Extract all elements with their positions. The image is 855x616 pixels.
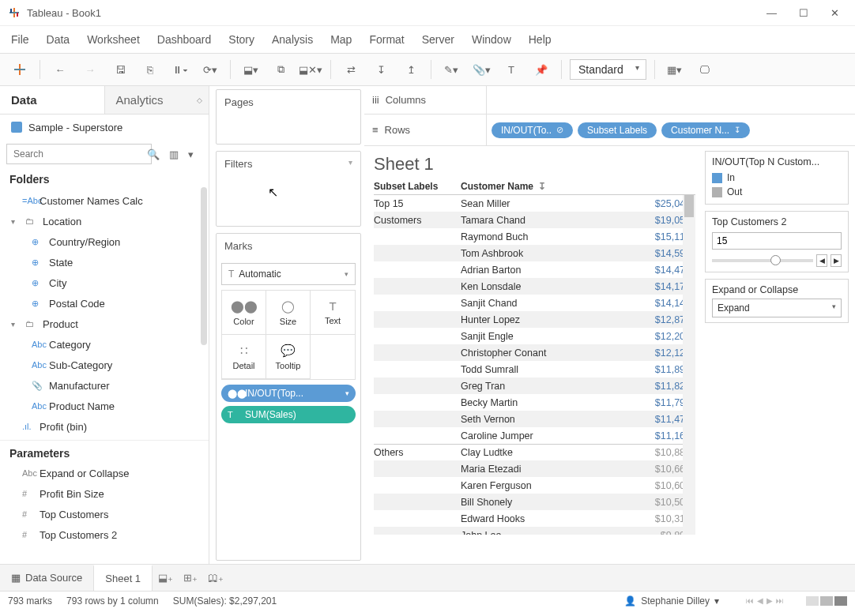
menu-data[interactable]: Data xyxy=(47,33,70,46)
refresh-button[interactable]: ⟳▾ xyxy=(198,58,222,81)
pin-button[interactable]: 📌 xyxy=(529,58,553,81)
expand-select[interactable]: Expand xyxy=(712,299,842,317)
show-me-button[interactable]: ▦▾ xyxy=(663,58,687,81)
field-country-region[interactable]: ⊕Country/Region xyxy=(0,231,209,252)
pill-inout[interactable]: ⬤⬤IN/OUT(Top...▾ xyxy=(221,385,356,402)
table-row[interactable]: Seth Vernon$11,471 xyxy=(374,411,695,427)
header-customer[interactable]: Customer Name xyxy=(461,181,533,192)
slider-left-button[interactable]: ◀ xyxy=(816,254,827,267)
menu-analysis[interactable]: Analysis xyxy=(272,33,313,46)
nav-prev-icon[interactable]: ◀ xyxy=(757,596,763,605)
folder-location[interactable]: ▾🗀Location xyxy=(0,211,209,231)
field-profit-bin[interactable]: .ıl.Profit (bin) xyxy=(0,416,209,437)
table-row[interactable]: Sanjit Chand$14,142 xyxy=(374,295,695,311)
table-row[interactable]: Becky Martin$11,790 xyxy=(374,394,695,411)
fit-selector[interactable]: Standard xyxy=(570,59,646,80)
highlight-button[interactable]: ✎▾ xyxy=(439,58,463,81)
topn-slider[interactable] xyxy=(712,259,813,262)
sort-desc-button[interactable]: ↥ xyxy=(399,58,423,81)
slider-right-button[interactable]: ▶ xyxy=(831,254,842,267)
header-subset[interactable]: Subset Labels xyxy=(374,181,461,192)
datasource-row[interactable]: Sample - Superstore xyxy=(0,115,209,140)
menu-map[interactable]: Map xyxy=(330,33,352,46)
new-worksheet-tab[interactable]: ⬓₊ xyxy=(153,572,178,584)
scrollbar-thumb[interactable] xyxy=(201,187,207,345)
menu-server[interactable]: Server xyxy=(422,33,454,46)
table-row[interactable]: Hunter Lopez$12,873 xyxy=(374,311,695,328)
tab-sheet-1[interactable]: Sheet 1 xyxy=(93,565,153,591)
table-row[interactable]: CustomersTamara Chand$19,052 xyxy=(374,212,695,228)
field-city[interactable]: ⊕City xyxy=(0,272,209,293)
view-filmstrip-icon[interactable] xyxy=(820,596,833,606)
new-worksheet-button[interactable]: ⬓▾ xyxy=(239,58,262,81)
view-single-icon[interactable] xyxy=(834,596,847,606)
close-icon[interactable]: ✕ xyxy=(831,7,839,19)
forward-button[interactable]: → xyxy=(78,58,102,81)
pages-shelf[interactable]: Pages xyxy=(216,89,361,145)
table-row[interactable]: Ken Lonsdale$14,175 xyxy=(374,278,695,295)
view-toggle-icon[interactable]: ▥ xyxy=(169,148,183,160)
nav-next-icon[interactable]: ▶ xyxy=(766,596,773,605)
search-input[interactable] xyxy=(6,144,152,164)
dropdown-icon[interactable]: ▾ xyxy=(188,148,202,160)
remove-pill-icon[interactable]: ⊘ xyxy=(556,125,563,135)
table-row[interactable]: John Lee$9,800 xyxy=(374,527,695,535)
duplicate-button[interactable]: ⧉ xyxy=(269,58,292,81)
presentation-button[interactable]: 🖵 xyxy=(693,58,717,81)
marks-type-selector[interactable]: TAutomatic xyxy=(221,263,356,285)
pause-button[interactable]: ⏸▾ xyxy=(168,58,192,81)
param-expand-collapse[interactable]: AbcExpand or Collapse xyxy=(0,463,209,483)
param-top-customers-2[interactable]: #Top Customers 2 xyxy=(0,524,209,545)
param-profit-bin-size[interactable]: #Profit Bin Size xyxy=(0,483,209,504)
table-row[interactable]: Adrian Barton$14,474 xyxy=(374,261,695,278)
tableau-icon[interactable] xyxy=(8,58,32,81)
marks-text[interactable]: TText xyxy=(311,291,355,335)
menu-worksheet[interactable]: Worksheet xyxy=(87,33,140,46)
view-grid-icon[interactable] xyxy=(806,596,819,606)
user-menu[interactable]: 👤 Stephanie Dilley ▾ xyxy=(624,595,719,607)
field-category[interactable]: AbcCategory xyxy=(0,334,209,355)
back-button[interactable]: ← xyxy=(48,58,72,81)
clear-button[interactable]: ⬓✕▾ xyxy=(299,58,322,81)
tab-data[interactable]: Data xyxy=(0,86,104,114)
table-scrollbar[interactable] xyxy=(683,195,695,535)
table-row[interactable]: Maria Etezadi$10,664 xyxy=(374,460,695,477)
columns-shelf[interactable]: iiiColumns xyxy=(364,86,855,115)
nav-last-icon[interactable]: ⏭ xyxy=(776,596,784,605)
table-row[interactable]: Edward Hooks$10,311 xyxy=(374,510,695,527)
rows-shelf[interactable]: ≡Rows IN/OUT(To..⊘ Subset Labels Custome… xyxy=(364,115,855,146)
table-row[interactable]: Bill Shonely$10,502 xyxy=(374,494,695,510)
nav-first-icon[interactable]: ⏮ xyxy=(746,596,754,605)
swap-button[interactable]: ⇄ xyxy=(339,58,363,81)
table-row[interactable]: Tom Ashbrook$14,596 xyxy=(374,245,695,261)
maximize-icon[interactable]: ☐ xyxy=(799,7,808,19)
menu-file[interactable]: File xyxy=(11,33,29,46)
pill-sum-sales[interactable]: TSUM(Sales) xyxy=(221,406,356,423)
row-pill-inout[interactable]: IN/OUT(To..⊘ xyxy=(492,122,573,138)
row-pill-subset[interactable]: Subset Labels xyxy=(578,122,657,138)
row-pill-customer[interactable]: Customer N...↧ xyxy=(661,122,750,138)
field-state[interactable]: ⊕State xyxy=(0,252,209,272)
sort-asc-button[interactable]: ↧ xyxy=(369,58,393,81)
field-sub-category[interactable]: AbcSub-Category xyxy=(0,355,209,375)
scrollbar-thumb[interactable] xyxy=(684,195,694,217)
field-product-name[interactable]: AbcProduct Name xyxy=(0,396,209,416)
field-customer-names-calc[interactable]: =AbcCustomer Names Calc xyxy=(0,190,209,211)
tab-analytics[interactable]: Analytics◇ xyxy=(104,86,209,114)
new-dashboard-tab[interactable]: ⊞₊ xyxy=(178,572,203,584)
table-row[interactable]: Sanjit Engle$12,209 xyxy=(374,328,695,344)
menu-dashboard[interactable]: Dashboard xyxy=(157,33,212,46)
sheet-title[interactable]: Sheet 1 xyxy=(374,154,695,175)
menu-format[interactable]: Format xyxy=(369,33,404,46)
new-story-tab[interactable]: 🕮₊ xyxy=(203,572,228,584)
marks-color[interactable]: ⬤⬤Color xyxy=(222,291,266,335)
sort-indicator-icon[interactable]: ↧ xyxy=(538,181,546,192)
marks-tooltip[interactable]: 💬Tooltip xyxy=(266,335,311,379)
table-row[interactable]: Karen Ferguson$10,604 xyxy=(374,477,695,494)
table-row[interactable]: Caroline Jumper$11,165 xyxy=(374,427,695,444)
table-row[interactable]: Greg Tran$11,820 xyxy=(374,377,695,394)
table-row[interactable]: Todd Sumrall$11,892 xyxy=(374,361,695,377)
menu-help[interactable]: Help xyxy=(529,33,552,46)
minimize-icon[interactable]: — xyxy=(766,7,777,19)
marks-size[interactable]: ◯Size xyxy=(266,291,311,335)
